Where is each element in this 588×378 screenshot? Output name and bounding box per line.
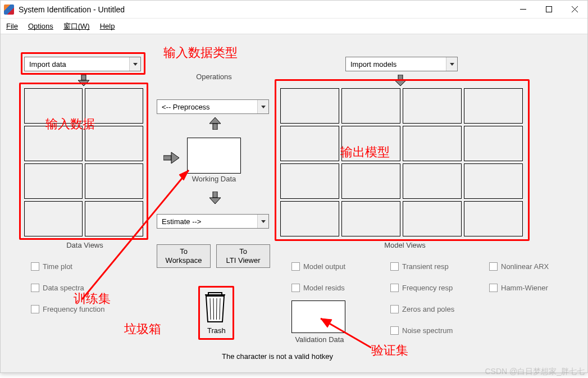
trash-label: Trash [207, 326, 226, 335]
trash-icon[interactable] [203, 292, 227, 325]
data-slot[interactable] [85, 126, 143, 161]
svg-marker-4 [133, 63, 138, 66]
import-data-dropdown[interactable]: Import data [24, 57, 141, 71]
checkbox-icon [31, 262, 39, 271]
model-slot[interactable] [280, 201, 339, 236]
dropdown-button[interactable] [446, 57, 457, 71]
menu-help[interactable]: Help [100, 22, 115, 30]
estimate-dropdown[interactable]: Estimate --> [157, 214, 269, 229]
data-slot[interactable] [85, 201, 143, 236]
import-models-dropdown[interactable]: Import models [345, 57, 458, 71]
dropdown-button[interactable] [257, 100, 268, 113]
model-slot[interactable] [464, 201, 523, 236]
model-slot[interactable] [341, 201, 400, 236]
dropdown-button[interactable] [129, 57, 140, 71]
transient-resp-checkbox[interactable]: Transient resp [390, 262, 449, 271]
checkbox-label: Model output [303, 262, 345, 271]
annotation-label: 垃圾箱 [124, 321, 161, 338]
checkbox-label: Time plot [43, 262, 72, 271]
model-slot[interactable] [464, 126, 523, 161]
time-plot-checkbox[interactable]: Time plot [31, 262, 72, 271]
working-data-box[interactable] [187, 138, 241, 174]
svg-marker-9 [395, 80, 406, 86]
model-resids-checkbox[interactable]: Model resids [291, 284, 345, 292]
close-icon [572, 6, 578, 12]
model-slot[interactable] [464, 88, 523, 124]
data-slot[interactable] [24, 201, 83, 236]
model-slot[interactable] [341, 126, 400, 161]
checkbox-icon [291, 284, 300, 292]
svg-rect-13 [163, 156, 171, 160]
nonlinear-arx-checkbox[interactable]: Nonlinear ARX [489, 262, 549, 271]
svg-marker-5 [450, 63, 454, 66]
close-button[interactable] [562, 1, 587, 19]
data-views-label: Data Views [51, 241, 118, 249]
status-message: The character is not a valid hotkey [222, 352, 333, 361]
data-slot[interactable] [85, 163, 143, 199]
data-slot[interactable] [24, 163, 83, 199]
menubar: File Options 窗口(W) Help [1, 19, 587, 34]
svg-rect-6 [81, 75, 86, 80]
matlab-icon [4, 4, 14, 15]
model-slot[interactable] [280, 126, 339, 161]
preprocess-dropdown[interactable]: <-- Preprocess [157, 99, 269, 114]
checkbox-icon [31, 305, 39, 313]
operations-label: Operations [186, 72, 242, 81]
frequency-resp-checkbox[interactable]: Frequency resp [390, 284, 453, 292]
app-window: System Identification - Untitled File Op… [0, 0, 588, 373]
checkbox-icon [489, 284, 498, 292]
titlebar: System Identification - Untitled [1, 1, 587, 19]
model-slot[interactable] [280, 88, 339, 124]
menu-options[interactable]: Options [28, 22, 53, 30]
validation-data-label: Validation Data [286, 335, 353, 344]
model-output-checkbox[interactable]: Model output [291, 262, 345, 271]
svg-marker-11 [209, 117, 221, 124]
model-slot[interactable] [341, 163, 400, 199]
model-slot[interactable] [280, 163, 339, 199]
estimate-value: Estimate --> [162, 217, 201, 226]
model-slot[interactable] [464, 163, 523, 199]
svg-marker-14 [171, 152, 179, 163]
checkbox-label: Zeros and poles [402, 305, 454, 313]
checkbox-icon [390, 305, 399, 313]
dropdown-button[interactable] [257, 215, 268, 228]
minimize-button[interactable] [510, 1, 536, 19]
model-views-label: Model Views [371, 241, 439, 249]
checkbox-label: Transient resp [402, 262, 449, 271]
checkbox-label: Data spectra [43, 284, 84, 292]
menu-window[interactable]: 窗口(W) [63, 21, 90, 31]
import-models-value: Import models [350, 60, 396, 69]
frequency-function-checkbox[interactable]: Frequency function [31, 305, 105, 313]
data-slot[interactable] [24, 126, 83, 161]
maximize-button[interactable] [536, 1, 562, 19]
to-workspace-button[interactable]: To Workspace [157, 244, 211, 268]
annotation-label: 验证集 [371, 342, 408, 359]
svg-line-20 [217, 298, 217, 320]
zeros-poles-checkbox[interactable]: Zeros and poles [390, 305, 454, 313]
data-spectra-checkbox[interactable]: Data spectra [31, 284, 84, 292]
checkbox-icon [390, 262, 399, 271]
data-slot[interactable] [24, 88, 83, 124]
model-slot[interactable] [403, 163, 462, 199]
svg-marker-17 [261, 220, 266, 223]
model-slot[interactable] [403, 88, 462, 124]
checkbox-icon [291, 262, 300, 271]
menu-file[interactable]: File [6, 22, 18, 30]
checkbox-icon [390, 326, 399, 335]
model-board [280, 88, 523, 236]
data-slot[interactable] [85, 88, 143, 124]
to-lti-viewer-button[interactable]: To LTI Viewer [216, 244, 270, 268]
maximize-icon [546, 6, 552, 12]
arrow-down-icon [208, 192, 222, 204]
preprocess-value: <-- Preprocess [162, 103, 210, 111]
validation-data-box[interactable] [291, 300, 345, 333]
model-slot[interactable] [341, 88, 400, 124]
hamm-wiener-checkbox[interactable]: Hamm-Wiener [489, 284, 548, 292]
arrow-right-icon [163, 151, 179, 165]
noise-spectrum-checkbox[interactable]: Noise spectrum [390, 326, 453, 335]
svg-rect-8 [398, 75, 403, 80]
import-data-value: Import data [29, 60, 66, 69]
annotation-label: 输入数据类型 [163, 44, 238, 61]
model-slot[interactable] [403, 201, 462, 236]
model-slot[interactable] [403, 126, 462, 161]
